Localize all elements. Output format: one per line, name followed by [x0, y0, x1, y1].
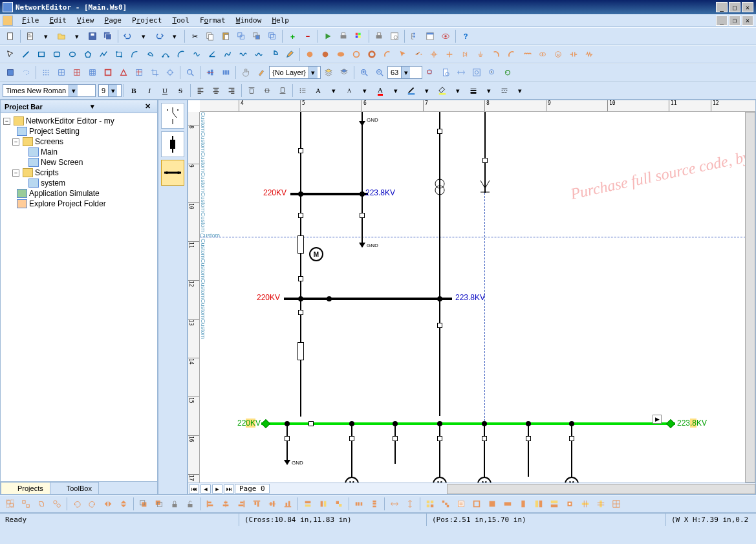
wave-tool[interactable]: [236, 47, 250, 61]
line-tool[interactable]: [19, 47, 33, 61]
duplicate-button[interactable]: [234, 29, 248, 43]
chevron-down-icon[interactable]: ▾: [69, 85, 78, 96]
curve2-tool[interactable]: [189, 47, 204, 61]
guide-horizontal[interactable]: [200, 237, 755, 237]
canvas[interactable]: Purchase full source code, by visit Cust…: [200, 112, 755, 483]
menu-edit[interactable]: Edit: [45, 15, 72, 26]
menu-view[interactable]: View: [72, 15, 100, 26]
palette-breaker[interactable]: [161, 131, 184, 157]
mdi-close-button[interactable]: ✕: [742, 16, 753, 26]
properties2-button[interactable]: [454, 497, 468, 511]
paste-button[interactable]: [219, 29, 233, 43]
fill-ellipse-tool[interactable]: [334, 47, 348, 61]
bullets-button[interactable]: [296, 83, 310, 98]
minimize-button[interactable]: _: [716, 2, 728, 12]
stack-button[interactable]: [265, 29, 279, 43]
page-tab-0[interactable]: Page 0: [235, 484, 270, 494]
box5-button[interactable]: [516, 497, 530, 511]
run-button[interactable]: [321, 29, 335, 43]
ruler-horizontal[interactable]: 4 5 6 7 8 9 10 11 12: [200, 100, 755, 112]
valign-mid-button[interactable]: [260, 83, 274, 98]
box3-button[interactable]: [485, 497, 499, 511]
same-height-button[interactable]: [316, 497, 330, 511]
lasso-button[interactable]: [19, 65, 33, 80]
box9-button[interactable]: [578, 497, 592, 511]
layer-combo[interactable]: {No Layer} ▾: [269, 66, 321, 79]
select-mode-button[interactable]: [3, 65, 17, 80]
line-weight-button[interactable]: [466, 83, 481, 98]
align-center-button[interactable]: [209, 83, 223, 98]
font-combo[interactable]: Times New Roman ▾: [3, 84, 96, 97]
lock-button[interactable]: [167, 497, 182, 511]
snap-grid-button[interactable]: [54, 65, 69, 80]
page-last-button[interactable]: ⏭: [224, 484, 234, 494]
menu-help[interactable]: Help: [266, 15, 294, 26]
dropdown-icon[interactable]: ▾: [451, 83, 465, 98]
copy-button[interactable]: [203, 29, 217, 43]
open-button[interactable]: [54, 29, 69, 43]
tab-projects[interactable]: Projects: [1, 482, 50, 494]
same-size-button[interactable]: [332, 497, 346, 511]
brush-button[interactable]: [254, 65, 268, 80]
save-button[interactable]: [85, 29, 100, 43]
rotate-r-button[interactable]: [85, 497, 100, 511]
to-back-button[interactable]: [152, 497, 166, 511]
add-point-button[interactable]: ＋: [285, 29, 299, 43]
motor-tool[interactable]: M: [551, 47, 565, 61]
tree-view-button[interactable]: [407, 29, 422, 43]
polygon-tool[interactable]: [81, 47, 95, 61]
redo-button[interactable]: [152, 29, 166, 43]
underline-button[interactable]: U: [158, 83, 172, 98]
dropdown-icon[interactable]: ▾: [482, 83, 496, 98]
align-left2-button[interactable]: [203, 497, 217, 511]
remove-point-button[interactable]: −: [301, 29, 315, 43]
align-left-button[interactable]: [193, 83, 208, 98]
pointer-tool[interactable]: [3, 47, 17, 61]
page-next-button[interactable]: ▶: [212, 484, 222, 494]
zoom-in-button[interactable]: [357, 65, 371, 80]
ring-tool[interactable]: [349, 47, 363, 61]
print2-button[interactable]: [372, 29, 386, 43]
dropdown-icon[interactable]: ▾: [70, 29, 84, 43]
box4-button[interactable]: [501, 497, 515, 511]
angle-tool[interactable]: [205, 47, 219, 61]
menu-window[interactable]: Window: [231, 15, 267, 26]
dropdown-icon[interactable]: ▾: [420, 83, 434, 98]
curve-tool[interactable]: [127, 47, 142, 61]
fill-circle-tool[interactable]: [303, 47, 317, 61]
mdi-restore-button[interactable]: ❐: [729, 16, 740, 26]
menu-file[interactable]: File: [17, 15, 45, 26]
align-mid2-button[interactable]: [265, 497, 279, 511]
diode-tool[interactable]: [458, 47, 472, 61]
fill-circle2-tool[interactable]: [318, 47, 332, 61]
preview-button[interactable]: [387, 29, 402, 43]
zoom-100-button[interactable]: 1: [485, 65, 499, 80]
roundrect-tool[interactable]: [50, 47, 64, 61]
align-right2-button[interactable]: [234, 497, 248, 511]
new-doc-button[interactable]: [23, 29, 38, 43]
help-button[interactable]: ?: [459, 29, 473, 43]
snap-obj-button[interactable]: [101, 65, 115, 80]
bezier-tool[interactable]: [158, 47, 173, 61]
zoom-width-button[interactable]: [454, 65, 468, 80]
zoom-sel-button[interactable]: [423, 65, 437, 80]
cut-button[interactable]: ✂: [188, 29, 202, 43]
page-prev-button[interactable]: ◀: [200, 484, 211, 494]
menu-format[interactable]: Format: [195, 15, 231, 26]
layers-button[interactable]: [321, 65, 336, 80]
save-all-button[interactable]: [101, 29, 115, 43]
maximize-button[interactable]: □: [729, 2, 740, 12]
align-top2-button[interactable]: [250, 497, 264, 511]
palette-bus[interactable]: [161, 160, 184, 186]
zoom-fit-button[interactable]: [183, 65, 197, 80]
palette-switch[interactable]: [161, 103, 184, 129]
box10-button[interactable]: [594, 497, 608, 511]
chevron-down-icon[interactable]: ▾: [401, 67, 410, 78]
dropdown-icon[interactable]: ▾: [136, 29, 151, 43]
font-small-button[interactable]: A: [342, 83, 356, 98]
ellipse-tool[interactable]: [65, 47, 80, 61]
undo-button[interactable]: [121, 29, 135, 43]
close-button[interactable]: ✕: [742, 2, 753, 12]
closed-curve-tool[interactable]: [143, 47, 157, 61]
align-bot2-button[interactable]: [281, 497, 295, 511]
